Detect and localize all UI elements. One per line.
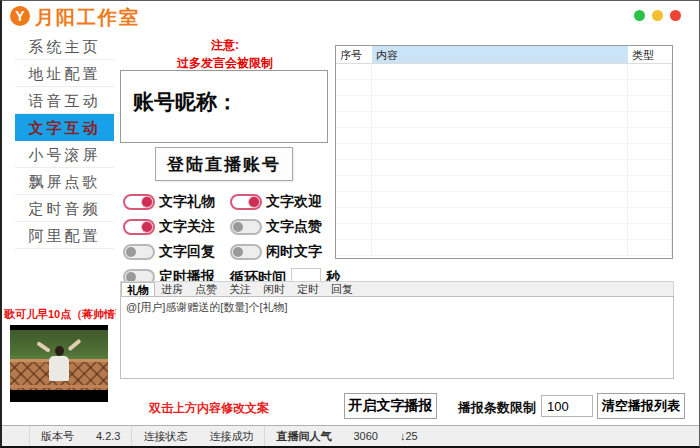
template-tabstrip: 礼物 进房 点赞 关注 闲时 定时 回复 xyxy=(120,281,674,296)
popularity-delta: ↓25 xyxy=(389,426,429,446)
window-controls xyxy=(634,10,681,21)
broadcast-queue-table[interactable]: 序号 内容 类型 xyxy=(335,45,673,259)
start-broadcast-button[interactable]: 开启文字播报 xyxy=(344,393,437,419)
toggle-text-reply[interactable]: 文字回复 xyxy=(123,243,230,260)
sidebar-item-text-interaction[interactable]: 文字互动 xyxy=(15,114,114,141)
table-row xyxy=(336,144,672,160)
table-row xyxy=(336,224,672,240)
toggle-switch-icon[interactable] xyxy=(123,219,155,235)
toggle-switch-icon[interactable] xyxy=(230,219,262,235)
table-row xyxy=(336,208,672,224)
version-value: 4.2.3 xyxy=(85,426,131,446)
sidebar-item-voice-interaction[interactable]: 语音互动 xyxy=(15,87,114,114)
sidebar-item-address-config[interactable]: 地址配置 xyxy=(15,60,114,87)
table-row xyxy=(336,80,672,96)
app-window: Y 月阳工作室 系统主页 地址配置 语音互动 文字互动 小号滚屏 飘屏点歌 定时… xyxy=(0,0,700,448)
toggle-switch-icon[interactable] xyxy=(123,244,155,260)
tab-follow[interactable]: 关注 xyxy=(223,282,257,296)
popularity-label: 直播间人气 xyxy=(265,426,342,446)
close-button[interactable] xyxy=(670,10,681,21)
person-arm-left xyxy=(36,341,51,353)
minimize-button[interactable] xyxy=(634,10,645,21)
popularity-value: 3060 xyxy=(342,426,388,446)
nickname-box: 账号昵称： xyxy=(120,70,328,143)
nickname-label: 账号昵称： xyxy=(133,88,238,116)
edit-hint-text: 双击上方内容修改文案 xyxy=(149,400,269,417)
person-arm-right xyxy=(67,339,81,352)
connection-label: 连接状态 xyxy=(132,426,198,446)
person-head xyxy=(55,346,64,356)
login-live-account-button[interactable]: 登陆直播账号 xyxy=(155,147,293,181)
table-row xyxy=(336,112,672,128)
table-row xyxy=(336,160,672,176)
toggle-text-follow[interactable]: 文字关注 xyxy=(123,218,230,235)
tab-gift[interactable]: 礼物 xyxy=(121,282,155,296)
sidebar: 系统主页 地址配置 语音互动 文字互动 小号滚屏 飘屏点歌 定时音频 阿里配置 xyxy=(2,33,117,249)
broadcast-limit-input[interactable] xyxy=(541,395,593,417)
person-body xyxy=(49,356,69,381)
promo-text: 歌可儿早10点（蒋帅情歌小 xyxy=(4,307,116,322)
video-thumbnail xyxy=(10,325,108,402)
column-header-content[interactable]: 内容 xyxy=(372,46,628,63)
maximize-button[interactable] xyxy=(652,10,663,21)
toggle-text-gift[interactable]: 文字礼物 xyxy=(123,193,230,210)
table-row xyxy=(336,128,672,144)
clear-broadcast-list-button[interactable]: 清空播报列表 xyxy=(597,393,685,419)
app-logo-icon: Y xyxy=(10,6,30,26)
sidebar-item-timed-audio[interactable]: 定时音频 xyxy=(15,195,114,222)
table-row xyxy=(336,240,672,256)
toggle-text-like[interactable]: 文字点赞 xyxy=(230,218,337,235)
table-row xyxy=(336,64,672,80)
sidebar-item-float-song[interactable]: 飘屏点歌 xyxy=(15,168,114,195)
notice-title: 注意: xyxy=(120,37,330,54)
sidebar-item-alt-scroll[interactable]: 小号滚屏 xyxy=(15,141,114,168)
tab-idle[interactable]: 闲时 xyxy=(257,282,291,296)
table-row xyxy=(336,176,672,192)
tab-enter-room[interactable]: 进房 xyxy=(155,282,189,296)
sidebar-item-system-home[interactable]: 系统主页 xyxy=(15,33,114,60)
queue-table-body xyxy=(336,64,672,256)
app-title: 月阳工作室 xyxy=(35,5,140,31)
toggle-text-welcome[interactable]: 文字欢迎 xyxy=(230,193,337,210)
video-scene xyxy=(10,330,108,390)
sidebar-item-ali-config[interactable]: 阿里配置 xyxy=(15,222,114,249)
toggle-idle-text[interactable]: 闲时文字 xyxy=(230,243,337,260)
toggle-switch-icon[interactable] xyxy=(123,194,155,210)
broadcast-limit-label: 播报条数限制 xyxy=(458,399,536,417)
status-bar: 版本号 4.2.3 连接状态 连接成功 直播间人气 3060 ↓25 xyxy=(2,425,699,446)
table-row xyxy=(336,192,672,208)
tab-reply[interactable]: 回复 xyxy=(325,282,359,296)
toggle-switch-icon[interactable] xyxy=(230,194,262,210)
table-header: 序号 内容 类型 xyxy=(336,46,672,64)
column-header-type[interactable]: 类型 xyxy=(628,46,672,63)
statusbar-spacer xyxy=(2,426,30,446)
toggle-switch-icon[interactable] xyxy=(230,244,262,260)
connection-status: 连接成功 xyxy=(198,426,264,446)
table-row xyxy=(336,96,672,112)
title-bar: Y 月阳工作室 xyxy=(2,1,699,31)
tab-like[interactable]: 点赞 xyxy=(189,282,223,296)
version-label: 版本号 xyxy=(30,426,85,446)
tab-timed[interactable]: 定时 xyxy=(291,282,325,296)
column-header-index[interactable]: 序号 xyxy=(336,46,372,63)
toggle-grid: 文字礼物 文字欢迎 文字关注 文字点赞 文字回复 闲时文字 定时播报 循环时间 xyxy=(123,193,337,287)
template-editor[interactable]: @[用户]感谢赠送的[数量]个[礼物] xyxy=(120,296,674,379)
